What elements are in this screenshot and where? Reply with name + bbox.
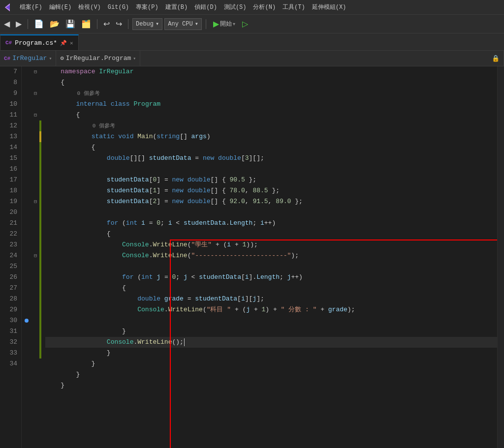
l7-sp bbox=[95, 66, 99, 77]
ind-22 bbox=[22, 229, 32, 239]
redo-button[interactable]: ↪ bbox=[114, 18, 124, 30]
l19-inc: ++) bbox=[264, 218, 276, 229]
tab-program-cs[interactable]: C# Program.cs* 📌 ✕ bbox=[0, 34, 79, 50]
fold-34 bbox=[32, 358, 39, 369]
linenum-10: 10 bbox=[8, 99, 17, 110]
tab-pin-icon[interactable]: 📌 bbox=[60, 40, 67, 46]
menu-project[interactable]: 專案(P) bbox=[133, 2, 161, 12]
linenum-32: 32 bbox=[8, 337, 17, 348]
l21-dot: . bbox=[149, 239, 153, 250]
menu-test[interactable]: 測試(S) bbox=[221, 2, 250, 12]
l7-minus bbox=[45, 66, 61, 77]
new-file-button[interactable]: 📄 bbox=[32, 18, 46, 30]
linenum-27: 27 bbox=[8, 283, 17, 294]
linenum-14: 14 bbox=[8, 142, 17, 153]
ind-29 bbox=[22, 304, 32, 315]
ind-10 bbox=[22, 99, 32, 110]
undo-button[interactable]: ↩ bbox=[101, 18, 112, 30]
l30-console: Console bbox=[107, 337, 134, 348]
menu-view[interactable]: 檢視(V) bbox=[75, 2, 104, 12]
l26-i: i bbox=[241, 294, 245, 304]
back-button[interactable]: ◀ bbox=[2, 18, 12, 30]
l17-double: double bbox=[188, 196, 211, 207]
ind-34 bbox=[22, 358, 32, 369]
l30-writeline: WriteLine bbox=[137, 337, 172, 348]
start-chevron: ▾ bbox=[233, 21, 235, 27]
code-line-10: { bbox=[45, 110, 497, 120]
menu-build[interactable]: 建置(B) bbox=[162, 2, 191, 12]
l32-brace: } bbox=[45, 358, 95, 369]
code-line-30: Console . WriteLine (); bbox=[45, 337, 497, 348]
code-area: 7 8 9 10 11 12 13 14 15 16 17 18 19 20 2… bbox=[0, 66, 504, 448]
debug-config-chevron: ▾ bbox=[156, 20, 159, 28]
menu-analyze[interactable]: 分析(N) bbox=[250, 2, 279, 12]
l15-indent bbox=[45, 175, 107, 185]
classbar-method[interactable]: ⚙️ IrRegular.Program ▾ bbox=[56, 51, 140, 66]
run-without-debug-button[interactable]: ▷ bbox=[240, 18, 250, 30]
code-content[interactable]: namespace IrRegular { 0 個參考 internal cla… bbox=[41, 66, 497, 448]
forward-button[interactable]: ▶ bbox=[14, 18, 24, 30]
l21-console: Console bbox=[122, 239, 149, 250]
l27-plus2: + 1) + bbox=[250, 304, 281, 315]
start-label: 開始 bbox=[220, 20, 232, 28]
menu-file[interactable]: 檔案(F) bbox=[17, 2, 45, 12]
start-button[interactable]: ▶ 開始 ▾ bbox=[210, 18, 238, 30]
cpu-dropdown[interactable]: Any CPU ▾ bbox=[164, 18, 202, 30]
fold-17 bbox=[32, 175, 39, 185]
menu-debug[interactable]: 偵錯(D) bbox=[191, 2, 220, 12]
save-button[interactable]: 💾 bbox=[63, 18, 77, 30]
fold-26 bbox=[32, 272, 39, 283]
l24-for: for bbox=[122, 272, 133, 283]
code-line-9-ref: 0 個參考 bbox=[45, 88, 497, 99]
linenum-12: 12 bbox=[8, 120, 17, 131]
l7-ns-name: IrRegular bbox=[99, 66, 133, 77]
menu-tools[interactable]: 工具(T) bbox=[280, 2, 308, 12]
l30-dot: . bbox=[133, 337, 137, 348]
tab-filename: Program.cs* bbox=[15, 39, 57, 47]
code-line-16: studentData [1] = new double [] { 78.0, … bbox=[45, 185, 497, 196]
l10-brace: { bbox=[45, 110, 80, 120]
fold-11[interactable]: ⊟ bbox=[32, 110, 39, 120]
menu-extensions[interactable]: 延伸模組(X) bbox=[309, 2, 349, 12]
code-line-17: studentData [2] = new double [] { 92.0, … bbox=[45, 196, 497, 207]
debug-config-dropdown[interactable]: Debug ▾ bbox=[132, 18, 162, 30]
fold-19[interactable]: ⊟ bbox=[32, 196, 39, 207]
l8-brace: { bbox=[45, 77, 64, 88]
l13-sp bbox=[214, 153, 218, 164]
fold-8 bbox=[32, 77, 39, 88]
l22-rest: ); bbox=[291, 250, 299, 261]
fold-32 bbox=[32, 337, 39, 348]
vs-logo bbox=[2, 2, 13, 13]
l11-void: void bbox=[118, 131, 133, 142]
menu-git[interactable]: Git(G) bbox=[105, 3, 132, 12]
l19-eq: = 0; bbox=[145, 218, 168, 229]
classbar-namespace[interactable]: C# IrRegular ▾ bbox=[0, 51, 56, 66]
code-line-11-ref: 0 個參考 bbox=[45, 120, 497, 131]
tab-close-icon[interactable]: ✕ bbox=[70, 40, 73, 46]
l13-eq: = bbox=[191, 153, 202, 164]
linenum-30: 30 bbox=[8, 315, 17, 326]
l27-indent bbox=[45, 304, 137, 315]
menu-edit[interactable]: 編輯(E) bbox=[46, 2, 75, 12]
l27-plus1: + ( bbox=[231, 304, 246, 315]
fold-24[interactable]: ⊟ bbox=[32, 250, 39, 261]
l34-brace: } bbox=[45, 380, 64, 391]
fold-29 bbox=[32, 304, 39, 315]
classbar-chevron-2: ▾ bbox=[133, 56, 136, 61]
l24-bracket: [ bbox=[241, 272, 245, 283]
scrollbar[interactable] bbox=[497, 66, 504, 448]
toolbar: ◀ ▶ 📄 📂 💾 🗂️ ↩ ↪ Debug ▾ Any CPU ▾ ▶ 開始 … bbox=[0, 15, 504, 33]
l9-sp2 bbox=[130, 99, 134, 110]
fold-9[interactable]: ⊟ bbox=[32, 88, 39, 99]
l19-indent bbox=[45, 218, 107, 229]
l15-sd: studentData bbox=[107, 175, 149, 185]
save-all-button[interactable]: 🗂️ bbox=[79, 18, 93, 30]
toolbar-sep-2 bbox=[97, 19, 97, 29]
linenum-28: 28 bbox=[8, 294, 17, 304]
l27-plus3: + bbox=[316, 304, 328, 315]
l26-j: j bbox=[252, 294, 256, 304]
open-button[interactable]: 📂 bbox=[48, 18, 62, 30]
l27-rest: ); bbox=[347, 304, 355, 315]
fold-7[interactable]: ⊟ bbox=[32, 66, 39, 77]
linenum-8: 8 bbox=[8, 77, 17, 88]
